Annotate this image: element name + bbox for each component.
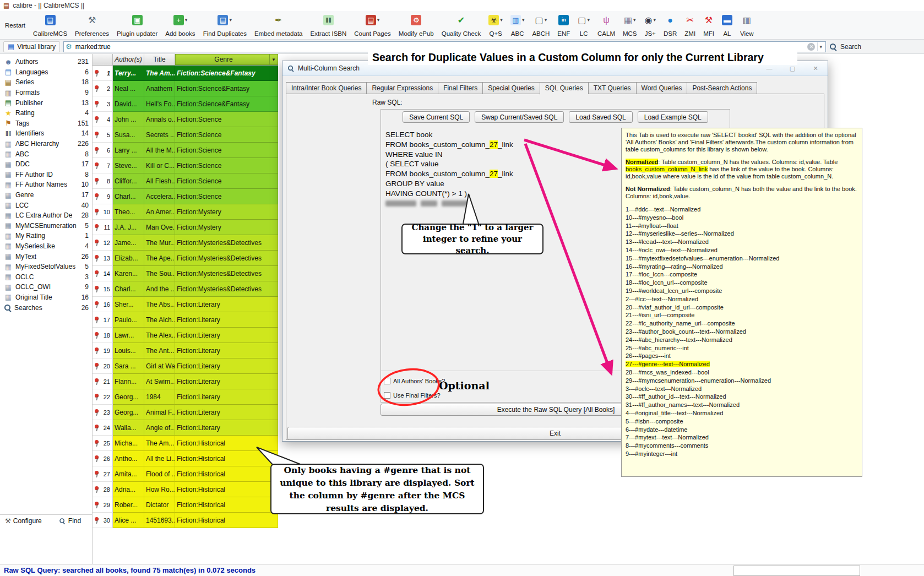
dropdown-arrow-icon[interactable]: ▾ bbox=[522, 17, 525, 23]
raw-sql-text[interactable]: SELECT bookFROM books_custom_column_27_l… bbox=[385, 130, 513, 207]
search-dropdown-arrow-icon[interactable]: ▾ bbox=[817, 42, 824, 51]
table-row[interactable]: 7Steve...Kill or C...Fiction:Science bbox=[93, 158, 278, 173]
sidebar-item-my-rating[interactable]: ▦My Rating1 bbox=[0, 231, 92, 241]
sidebar-item-searches[interactable]: Searches26 bbox=[0, 302, 92, 313]
table-row[interactable]: 30Alice ...1451693...Fiction:Historical bbox=[93, 513, 278, 528]
header-title[interactable]: Title bbox=[144, 54, 175, 65]
configure-button[interactable]: ⚒ Configure bbox=[5, 517, 42, 525]
tab-intra-inter-book-queries[interactable]: Intra/Inter Book Queries bbox=[286, 82, 366, 94]
table-row[interactable]: 4John ...Annals o...Fiction:Science bbox=[93, 112, 278, 127]
toolbar-button-dsr[interactable]: ●DSR bbox=[660, 12, 681, 39]
table-row[interactable]: 13Elizab...The Ape...Fiction:Mysteries&D… bbox=[93, 251, 278, 266]
close-button[interactable] bbox=[808, 63, 823, 73]
header-genre[interactable]: Genre ▼ bbox=[175, 54, 278, 65]
dropdown-arrow-icon[interactable]: ▾ bbox=[587, 17, 590, 23]
table-row[interactable]: 1Terry...The Am...Fiction:Science&Fantas… bbox=[93, 66, 278, 81]
table-row[interactable]: 6Larry ...All the M...Fiction:Science bbox=[93, 143, 278, 158]
checkbox-icon[interactable] bbox=[384, 378, 390, 384]
toolbar-button-count-pages[interactable]: ▤▾Count Pages bbox=[350, 12, 395, 39]
table-row[interactable]: 28Adria...How Ro...Fiction:Historical bbox=[93, 482, 278, 497]
use-final-filters-option[interactable]: Use Final Filters? bbox=[384, 391, 441, 400]
header-pin-column[interactable] bbox=[93, 54, 113, 65]
sidebar-item-mytext[interactable]: ▦MyText26 bbox=[0, 251, 92, 262]
dropdown-arrow-icon[interactable]: ▾ bbox=[229, 17, 232, 23]
sidebar-item-formats[interactable]: ▥Formats9 bbox=[0, 88, 92, 98]
sidebar-item-identifiers[interactable]: ‖‖Identifiers14 bbox=[0, 128, 92, 139]
toolbar-button-plugin-updater[interactable]: ▣Plugin updater bbox=[113, 12, 161, 39]
sidebar-item-ff-author-names[interactable]: ▦FF Author Names10 bbox=[0, 180, 92, 190]
toolbar-button-modify-epub[interactable]: ⚙Modify ePub bbox=[395, 12, 438, 39]
sidebar-item-original-title[interactable]: ▦Original Title16 bbox=[0, 292, 92, 303]
search-button-label[interactable]: Search bbox=[840, 43, 861, 51]
table-row[interactable]: 27Amita...Flood of ...Fiction:Historical bbox=[93, 466, 278, 482]
sidebar-item-authors[interactable]: ☻Authors231 bbox=[0, 57, 92, 67]
search-icon[interactable] bbox=[829, 43, 837, 51]
dropdown-arrow-icon[interactable]: ▾ bbox=[500, 17, 503, 23]
sidebar-item-publisher[interactable]: ▤Publisher13 bbox=[0, 97, 92, 108]
genre-sort-dropdown-icon[interactable]: ▼ bbox=[269, 55, 278, 64]
sidebar-item-series[interactable]: ▤Series18 bbox=[0, 77, 92, 88]
toolbar-button-calibremcs[interactable]: ▤CalibreMCS bbox=[29, 12, 71, 39]
sidebar-item-ddc[interactable]: ▦DDC17 bbox=[0, 159, 92, 170]
sidebar-item-ff-author-id[interactable]: ▦FF Author ID8 bbox=[0, 170, 92, 180]
toolbar-button-abc[interactable]: ▥▾ABC bbox=[507, 12, 529, 39]
sidebar-item-abc-hierarchy[interactable]: ▦ABC Hierarchy226 bbox=[0, 139, 92, 149]
table-row[interactable]: 2Neal ...AnathemFiction:Science&Fantasy bbox=[93, 81, 278, 96]
checkbox-icon[interactable] bbox=[384, 392, 390, 399]
dropdown-arrow-icon[interactable]: ▾ bbox=[377, 17, 380, 23]
sidebar-item-languages[interactable]: ▤Languages6 bbox=[0, 67, 92, 78]
table-row[interactable]: 26Antho...All the Li...Fiction:Historica… bbox=[93, 451, 278, 466]
sidebar-item-oclc-owi[interactable]: ▦OCLC_OWI9 bbox=[0, 282, 92, 292]
toolbar-button-quality-check[interactable]: ✔Quality Check bbox=[438, 12, 485, 39]
toolbar-button-find-duplicates[interactable]: ▤▾Find Duplicates bbox=[199, 12, 251, 39]
load-saved-sql-button[interactable]: Load Saved SQL bbox=[569, 111, 632, 123]
table-row[interactable]: 19Louis...The Ant...Fiction:Literary bbox=[93, 343, 278, 358]
tab-txt-queries[interactable]: TXT Queries bbox=[588, 82, 636, 94]
sidebar-item-genre[interactable]: ▦Genre17 bbox=[0, 190, 92, 200]
header-authors[interactable]: Author(s) bbox=[113, 54, 144, 65]
sidebar-item-tags[interactable]: ⚑Tags151 bbox=[0, 118, 92, 129]
sidebar-item-myfixedsetofvalues[interactable]: ▦MyFixedSetofValues5 bbox=[0, 262, 92, 272]
toolbar-button-preferences[interactable]: ⚒Preferences bbox=[71, 12, 113, 39]
table-row[interactable]: 11J.A. J...Man Ove...Fiction:Mystery bbox=[93, 220, 278, 235]
table-row[interactable]: 20Sara ...Girl at WarFiction:Literary bbox=[93, 358, 278, 374]
sidebar-item-abc[interactable]: ▦ABC8 bbox=[0, 149, 92, 159]
toolbar-button-al[interactable]: ▬AL bbox=[718, 12, 736, 39]
sidebar-item-myserieslike[interactable]: ▦MySeriesLike4 bbox=[0, 241, 92, 252]
sidebar-item-rating[interactable]: ★Rating4 bbox=[0, 108, 92, 118]
table-row[interactable]: 8Cliffor...All Flesh...Fiction:Science bbox=[93, 173, 278, 189]
virtual-library-button[interactable]: ▤ Virtual library bbox=[3, 41, 60, 52]
table-row[interactable]: 15Charl...And the ...Fiction:Mysteries&D… bbox=[93, 281, 278, 297]
toolbar-button-mcs[interactable]: ▦▾MCS bbox=[619, 12, 641, 39]
sidebar-item-mymcsenumeration[interactable]: ▦MyMCSEnumeration5 bbox=[0, 221, 92, 231]
toolbar-button-view[interactable]: ▥View bbox=[736, 12, 758, 39]
toolbar-button-enf[interactable]: inENF bbox=[553, 12, 574, 39]
save-current-sql-button[interactable]: Save Current SQL bbox=[403, 111, 470, 123]
table-row[interactable]: 3David...Hell's Fo...Fiction:Science&Fan… bbox=[93, 96, 278, 112]
tab-final-filters[interactable]: Final Filters bbox=[438, 82, 482, 94]
table-row[interactable]: 22Georg...1984Fiction:Literary bbox=[93, 389, 278, 405]
toolbar-button-mfi[interactable]: ⚒MFI bbox=[699, 12, 718, 39]
tab-regular-expressions[interactable]: Regular Expressions bbox=[366, 82, 438, 94]
toolbar-button-lc[interactable]: ▢▾LC bbox=[574, 12, 594, 39]
table-row[interactable]: 14Karen...The Sou...Fiction:Mysteries&De… bbox=[93, 266, 278, 281]
toolbar-button-js[interactable]: ◉▾JS+ bbox=[641, 12, 660, 39]
table-row[interactable]: 24Walla...Angle of...Fiction:Literary bbox=[93, 420, 278, 436]
dropdown-arrow-icon[interactable]: ▾ bbox=[185, 17, 188, 23]
find-button[interactable]: Find bbox=[58, 517, 81, 525]
toolbar-button-q-s[interactable]: ☣▾Q+S bbox=[485, 12, 507, 39]
table-row[interactable]: 25Micha...The Am...Fiction:Historical bbox=[93, 436, 278, 451]
toolbar-button-abch[interactable]: ▢▾ABCH bbox=[528, 12, 553, 39]
table-row[interactable]: 16Sher...The Abs...Fiction:Literary bbox=[93, 297, 278, 312]
dropdown-arrow-icon[interactable]: ▾ bbox=[654, 17, 656, 23]
tab-post-search-actions[interactable]: Post-Search Actions bbox=[687, 82, 757, 94]
sidebar-item-lc-extra-author-de[interactable]: ▦LC Extra Author De28 bbox=[0, 210, 92, 221]
toolbar-button-zmi[interactable]: ✂ZMI bbox=[681, 12, 699, 39]
table-row[interactable]: 17Paulo...The Alch...Fiction:Literary bbox=[93, 312, 278, 328]
table-row[interactable]: 9Charl...Accelera...Fiction:Science bbox=[93, 189, 278, 204]
gear-icon[interactable]: ⚙ bbox=[66, 42, 72, 51]
table-row[interactable]: 10Theo...An Amer...Fiction:Mystery bbox=[93, 204, 278, 220]
all-authors-books-option[interactable]: All Authors' Books? bbox=[384, 377, 445, 385]
tab-special-queries[interactable]: Special Queries bbox=[482, 82, 540, 94]
clear-search-icon[interactable]: ✕ bbox=[807, 43, 815, 51]
